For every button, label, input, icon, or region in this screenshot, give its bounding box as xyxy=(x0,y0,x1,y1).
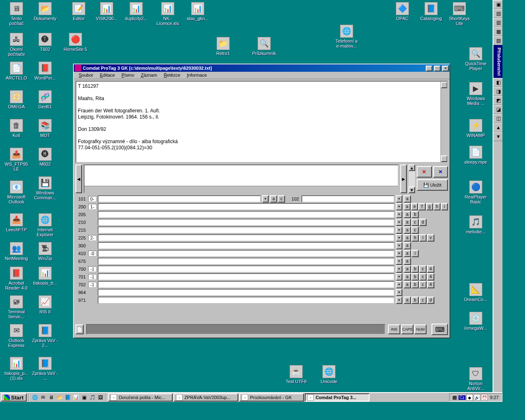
menu-item[interactable]: Editace xyxy=(96,72,118,79)
ql-icon[interactable]: 📊 xyxy=(72,394,80,401)
desktop-icon[interactable]: 🔍Průzkumník xyxy=(251,37,277,56)
desktop-icon[interactable]: 📊VISK200... xyxy=(94,2,120,21)
field-input[interactable] xyxy=(98,273,395,281)
subfield-button[interactable]: a xyxy=(404,211,411,218)
lang-indicator[interactable]: Cz xyxy=(459,395,465,400)
desktop-icon[interactable]: 🌐Unicode xyxy=(316,365,342,384)
menu-item[interactable]: Záznam xyxy=(137,72,160,79)
desktop-icon[interactable]: 📤WS_FTP95 LE xyxy=(3,148,30,171)
desktop-icon[interactable]: 📘Zpráva VaV - 2... xyxy=(32,324,58,348)
subfield-button[interactable]: b xyxy=(411,265,419,273)
tray-icon[interactable]: ◫ xyxy=(493,114,502,123)
subfield-button[interactable]: c xyxy=(419,265,427,273)
field-input[interactable] xyxy=(98,281,395,288)
field-dropdown-icon[interactable]: ▾ xyxy=(396,265,402,273)
tray-icon[interactable]: ▧ xyxy=(493,36,502,45)
subfield-button[interactable]: a xyxy=(404,297,411,304)
field-dropdown-icon[interactable]: ▾ xyxy=(396,242,402,249)
mid-scroller[interactable] xyxy=(84,164,399,193)
subfield-button[interactable]: b xyxy=(411,297,419,304)
field-dropdown-icon[interactable]: ▾ xyxy=(396,281,402,288)
desktop-icon[interactable]: ✉Outlook Express xyxy=(3,324,30,348)
subfield-button[interactable]: a xyxy=(404,242,411,249)
field-dropdown-icon[interactable]: ▾ xyxy=(396,258,402,265)
desktop-icon[interactable]: 📝Editor xyxy=(66,2,92,21)
cancel-red-button[interactable]: ✕ xyxy=(417,166,432,178)
taskbar-task-button[interactable]: ▫Prozkoumávání - GK xyxy=(239,393,304,402)
subfield-button[interactable]: a xyxy=(404,226,411,234)
scroll-left-button[interactable]: ◀ xyxy=(75,164,82,193)
field-dropdown-icon[interactable]: ▾ xyxy=(262,195,269,203)
desktop-icon[interactable]: 📚MDT xyxy=(32,119,58,138)
subfield-button[interactable]: g xyxy=(426,203,433,210)
desktop-icon[interactable]: 🅣T602 xyxy=(32,33,58,52)
desktop-icon[interactable]: 🔍QuickTime Player xyxy=(463,47,489,71)
field-dropdown-icon[interactable]: ▾ xyxy=(396,203,402,210)
ql-icon[interactable]: 🖼 xyxy=(97,394,104,401)
menu-item[interactable]: Řetězce xyxy=(160,72,183,79)
subfield-button[interactable]: f xyxy=(418,203,425,210)
field-indicator[interactable]: 0- xyxy=(88,196,96,202)
clock[interactable]: 9:27 xyxy=(488,395,500,400)
subfield-button[interactable]: c xyxy=(419,273,427,281)
tray-icon[interactable]: ▼ xyxy=(493,132,502,141)
desktop-icon[interactable]: 📘Cataloging xyxy=(418,2,444,21)
tray-icon[interactable]: ◨ xyxy=(493,87,502,96)
desktop-icon[interactable]: ▶Windows Media ... xyxy=(463,82,489,106)
field-dropdown-icon[interactable]: ▾ xyxy=(396,234,402,242)
tray-icon[interactable]: ▦ xyxy=(493,27,502,36)
menu-item[interactable]: Soubor xyxy=(75,72,96,79)
field-indicator[interactable]: -1 xyxy=(88,274,96,280)
desktop-icon[interactable]: 📂Dokumenty xyxy=(32,2,58,21)
desktop-icon[interactable]: 🌐Internet Explorer xyxy=(32,213,58,237)
desktop-icon[interactable]: 🛡Norton AntiVir... xyxy=(463,367,489,391)
subfield-button[interactable]: a xyxy=(270,195,277,203)
taskbar-task-button[interactable]: ▫Doručená pošta - Mic... xyxy=(108,393,173,402)
scroll-up-button[interactable]: ▲ xyxy=(409,164,415,171)
desktop-icon[interactable]: 🅜M602 xyxy=(32,148,58,167)
subfield-button[interactable]: c xyxy=(419,297,427,304)
desktop-icon[interactable]: 💿IomegaW... xyxy=(463,312,489,331)
subfield-button[interactable]: a xyxy=(404,234,411,242)
desktop-icon[interactable]: 📊duplicity2... xyxy=(123,2,149,21)
desktop-icon[interactable]: 🖧Okolní počítače xyxy=(3,33,30,57)
tray-icon[interactable]: ▥ xyxy=(493,18,502,27)
desktop-icon[interactable]: 🧬Ged61 xyxy=(32,90,58,109)
ql-desktop-icon[interactable]: 🖥 xyxy=(48,394,55,401)
field-indicator[interactable]: 2- xyxy=(88,235,96,241)
field-indicator[interactable]: -1 xyxy=(88,266,96,272)
menu-item[interactable]: Písmo xyxy=(118,72,137,79)
field-indicator[interactable]: -1 xyxy=(88,282,96,288)
desktop-icon[interactable]: 📕WordPer... xyxy=(32,62,58,80)
field-dropdown-icon[interactable]: ▾ xyxy=(396,273,402,281)
desktop-icon[interactable]: 🗑Koš xyxy=(3,119,30,138)
minimize-button[interactable]: _ xyxy=(426,66,432,71)
field-dropdown-icon[interactable]: ▾ xyxy=(396,211,402,218)
desktop-icon[interactable]: 📊tiskopis_tr... xyxy=(32,267,58,285)
desktop-icon[interactable]: 📧Microsoft Outlook xyxy=(3,180,30,204)
ql-mail-icon[interactable]: ✉ xyxy=(39,394,47,401)
field-indicator[interactable]: -0 xyxy=(88,251,96,256)
desktop-icon[interactable]: 📈RIS II xyxy=(32,295,58,314)
taskbar-task-button[interactable]: ▫ZPRÁVA-VaV2003up... xyxy=(173,393,238,402)
doc-icon[interactable]: 📄 xyxy=(75,324,84,334)
subfield-button[interactable]: 4 xyxy=(427,265,434,273)
field-input[interactable] xyxy=(98,242,395,249)
tray-icon[interactable]: ◪ xyxy=(493,105,502,114)
menu-item[interactable]: Informace xyxy=(184,72,210,79)
subfield-button[interactable]: a xyxy=(404,195,411,203)
field-input[interactable] xyxy=(98,195,261,203)
subfield-button[interactable]: i xyxy=(441,203,448,210)
field-dropdown-icon[interactable]: ▾ xyxy=(396,289,402,296)
subfield-button[interactable]: b xyxy=(411,211,419,218)
desktop-icon[interactable]: 📊NK - Licence.xls xyxy=(155,2,181,26)
desktop-icon[interactable]: 🗜WinZip xyxy=(32,242,58,261)
keyboard-icon[interactable]: ⌨ xyxy=(431,324,448,335)
desktop-icon[interactable]: ⚡WINAMP xyxy=(463,119,489,138)
ql-icon[interactable]: 📂 xyxy=(56,394,63,401)
field-input[interactable] xyxy=(98,234,395,242)
subfield-button[interactable]: c xyxy=(278,195,285,203)
desktop-icon[interactable]: 🔴HomeSite 5 xyxy=(62,33,89,52)
desktop-icon[interactable]: 🖳Terminal Servic... xyxy=(3,295,30,319)
subfield-button[interactable]: h xyxy=(434,203,441,210)
